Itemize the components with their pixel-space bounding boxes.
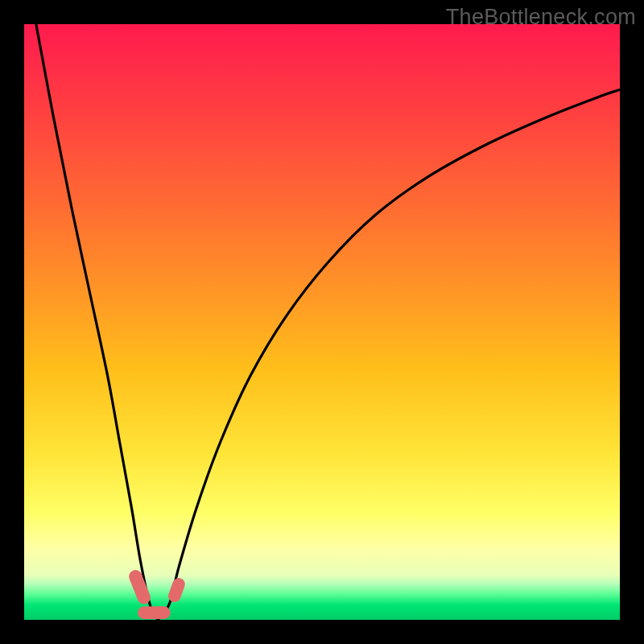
optimum-marker <box>127 568 153 606</box>
chart-frame: TheBottleneck.com <box>0 0 644 644</box>
optimum-marker <box>167 576 187 605</box>
watermark-text: TheBottleneck.com <box>446 5 636 30</box>
curve-layer <box>24 24 620 620</box>
bottleneck-curve <box>36 24 620 619</box>
optimum-marker <box>138 606 171 619</box>
plot-area <box>24 24 620 620</box>
optimum-markers <box>127 568 187 619</box>
